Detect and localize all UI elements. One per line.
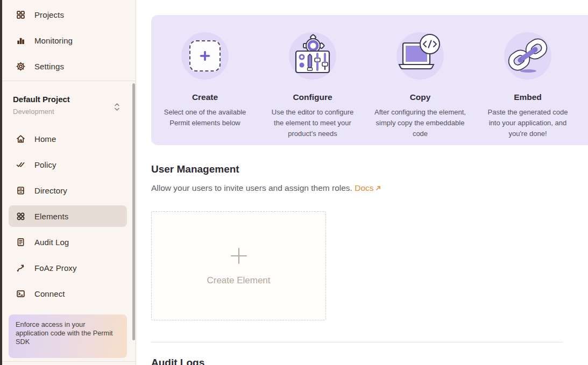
environment-name: Development <box>13 108 125 116</box>
section-divider <box>151 342 563 342</box>
sidebar-item-directory[interactable]: Directory <box>9 180 127 201</box>
docs-link-label: Docs <box>355 183 373 192</box>
sidebar-scrollbar[interactable] <box>132 83 135 340</box>
sidebar-item-home[interactable]: Home <box>9 128 127 149</box>
sliders-gear-illustration <box>288 31 337 81</box>
sidebar-item-connect[interactable]: Connect <box>9 283 127 304</box>
onboarding-step-embed: Embed Paste the generated code into your… <box>474 31 582 145</box>
cabinet-icon <box>16 186 25 195</box>
plus-icon <box>229 246 249 266</box>
elements-grid-icon <box>16 212 25 221</box>
sidebar: Projects Monitoring <box>0 0 136 365</box>
bar-chart-icon <box>16 36 25 45</box>
grid-icon <box>16 10 25 19</box>
create-element-label: Create Element <box>207 275 270 286</box>
sidebar-item-label: Monitoring <box>34 36 73 45</box>
step-title: Embed <box>514 92 542 102</box>
sidebar-item-settings[interactable]: Settings <box>9 55 127 77</box>
section-description: Allow your users to invite users and ass… <box>151 183 381 193</box>
onboarding-step-copy: Copy After configuring the element, simp… <box>366 31 474 145</box>
proxy-route-icon <box>16 263 25 273</box>
external-link-arrow-icon <box>375 185 381 191</box>
main-content: Create Select one of the available Permi… <box>136 0 588 365</box>
sidebar-item-label: Elements <box>34 212 68 221</box>
step-description: After configuring the element, simply co… <box>366 107 474 139</box>
sidebar-main-nav: Home Policy <box>9 128 127 309</box>
home-icon <box>16 134 25 144</box>
create-plus-illustration <box>180 31 230 81</box>
sidebar-item-label: Directory <box>34 186 67 195</box>
double-check-icon <box>16 160 25 169</box>
onboarding-banner: Create Select one of the available Permi… <box>151 15 588 145</box>
sidebar-item-monitoring[interactable]: Monitoring <box>9 30 127 51</box>
sidebar-item-label: Policy <box>34 160 56 169</box>
sidebar-item-projects[interactable]: Projects <box>9 4 127 25</box>
step-description: Select one of the available Permit eleme… <box>151 107 259 128</box>
chevron-up-down-icon <box>114 102 121 112</box>
onboarding-step-create: Create Select one of the available Permi… <box>151 31 259 145</box>
window-edge <box>0 0 2 365</box>
sidebar-bottom-divider <box>0 361 136 362</box>
terminal-icon <box>16 289 25 298</box>
onboarding-step-configure: Configure Use the editor to configure th… <box>259 31 366 145</box>
sidebar-item-label: Audit Log <box>34 238 69 247</box>
sidebar-item-label: Connect <box>34 289 65 298</box>
page-title: User Management <box>151 163 239 175</box>
sidebar-divider <box>0 81 136 81</box>
app-window: Projects Monitoring <box>0 0 588 365</box>
sidebar-item-policy[interactable]: Policy <box>9 154 127 175</box>
gear-icon <box>16 62 25 71</box>
sidebar-item-label: Settings <box>34 62 64 71</box>
sidebar-item-label: Home <box>34 134 56 144</box>
step-title: Create <box>192 92 218 102</box>
step-description: Paste the generated code into your appli… <box>474 107 582 139</box>
sidebar-item-audit-log[interactable]: Audit Log <box>9 231 127 253</box>
project-environment-selector[interactable]: Default Project Development <box>13 95 125 116</box>
sidebar-item-label: FoAz Proxy <box>34 263 77 273</box>
docs-link[interactable]: Docs <box>355 183 381 192</box>
create-element-button[interactable]: Create Element <box>151 211 326 320</box>
sidebar-item-label: Projects <box>34 10 64 19</box>
sidebar-item-foaz-proxy[interactable]: FoAz Proxy <box>9 257 127 278</box>
sdk-promo-banner[interactable]: Enforce access in your application code … <box>9 314 127 358</box>
step-title: Copy <box>410 92 431 102</box>
laptop-code-illustration <box>395 31 445 81</box>
document-icon <box>16 238 25 247</box>
step-description: Use the editor to configure the element … <box>259 107 366 139</box>
audit-logs-title: Audit Logs <box>151 357 204 365</box>
description-text: Allow your users to invite users and ass… <box>151 183 355 192</box>
chain-link-illustration <box>503 31 552 81</box>
sidebar-item-elements[interactable]: Elements <box>9 205 127 227</box>
sidebar-top-nav: Projects Monitoring <box>9 4 127 81</box>
sdk-promo-text: Enforce access in your application code … <box>16 320 113 346</box>
step-title: Configure <box>293 92 332 102</box>
project-name: Default Project <box>13 95 125 104</box>
